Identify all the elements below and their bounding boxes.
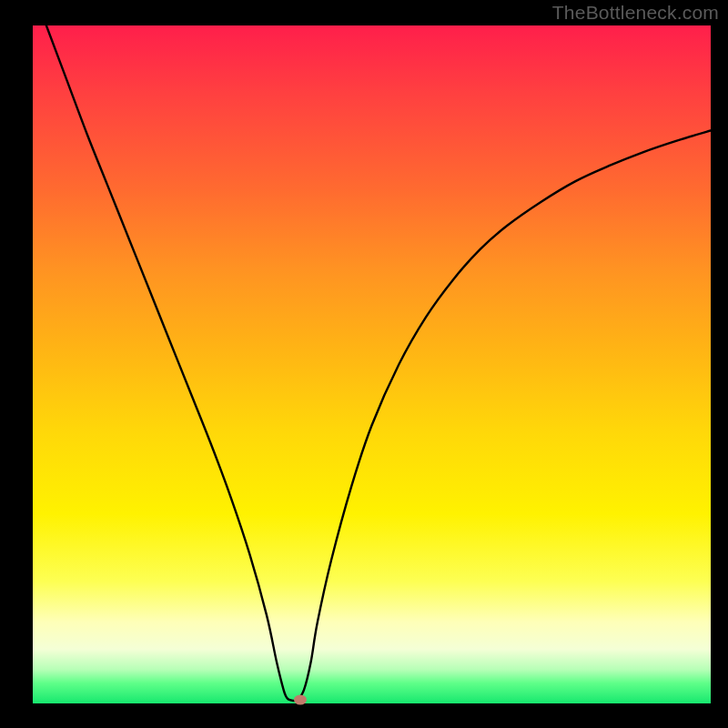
watermark-text: TheBottleneck.com xyxy=(552,2,719,24)
optimal-point-marker xyxy=(294,694,307,704)
bottleneck-curve xyxy=(33,25,711,703)
chart-plot-area xyxy=(33,25,711,703)
